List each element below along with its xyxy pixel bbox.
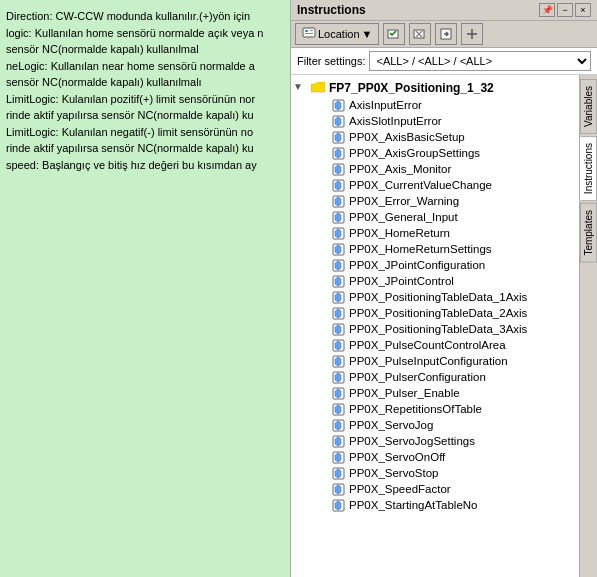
fb-block-icon: [331, 114, 345, 128]
pin-button[interactable]: 📌: [539, 3, 555, 17]
tree-item[interactable]: PP0X_JPointConfiguration: [327, 257, 579, 273]
tree-item[interactable]: PP0X_CurrentValueChange: [327, 177, 579, 193]
tree-item-label: PP0X_SpeedFactor: [349, 483, 451, 495]
fb-block-icon: [331, 178, 345, 192]
folder-icon: [311, 81, 325, 95]
tree-item-label: PP0X_General_Input: [349, 211, 458, 223]
tree-root: FP7_PP0X_Positioning_1_32 AxisInputError: [307, 75, 579, 517]
tab-instructions[interactable]: Instructions: [580, 136, 597, 201]
tree-item-label: PP0X_ServoJog: [349, 419, 433, 431]
location-icon: [302, 26, 316, 42]
tree-item[interactable]: PP0X_PulseInputConfiguration: [327, 353, 579, 369]
tab-templates[interactable]: Templates: [580, 203, 597, 263]
toolbar-icon-btn-2[interactable]: [409, 23, 431, 45]
tree-item[interactable]: PP0X_ServoJog: [327, 417, 579, 433]
fb-block-icon: [331, 402, 345, 416]
tree-item-label: AxisSlotInputError: [349, 115, 442, 127]
left-panel-text: Direction: CW-CCW modunda kullanılır.(+)…: [6, 8, 284, 173]
fb-block-icon: [331, 210, 345, 224]
tree-item[interactable]: PP0X_Axis_Monitor: [327, 161, 579, 177]
tree-item[interactable]: PP0X_RepetitionsOfTable: [327, 401, 579, 417]
tree-item[interactable]: PP0X_ServoStop: [327, 465, 579, 481]
fb-block-icon: [331, 130, 345, 144]
fb-block-icon: [331, 226, 345, 240]
tree-item[interactable]: PP0X_JPointControl: [327, 273, 579, 289]
filter-bar: Filter settings: <ALL> / <ALL> / <ALL>: [291, 48, 597, 75]
tree-root-label: FP7_PP0X_Positioning_1_32: [329, 81, 494, 95]
location-label: Location: [318, 28, 360, 40]
fb-block-icon: [331, 162, 345, 176]
tree-item[interactable]: PP0X_ServoJogSettings: [327, 433, 579, 449]
fb-block-icon: [331, 450, 345, 464]
right-sidebar: Variables Instructions Templates: [579, 75, 597, 577]
tree-item[interactable]: PP0X_Error_Warning: [327, 193, 579, 209]
minimize-button[interactable]: −: [557, 3, 573, 17]
fb-block-icon: [331, 498, 345, 512]
fb-block-icon: [331, 386, 345, 400]
tree-item-label: PP0X_AxisGroupSettings: [349, 147, 480, 159]
fb-block-icon: [331, 242, 345, 256]
tree-item-label: PP0X_JPointControl: [349, 275, 454, 287]
fb-block-icon: [331, 354, 345, 368]
tree-item[interactable]: PP0X_StartingAtTableNo: [327, 497, 579, 513]
fb-block-icon: [331, 370, 345, 384]
tab-variables[interactable]: Variables: [580, 79, 597, 134]
fb-block-icon: [331, 306, 345, 320]
instructions-panel: Instructions 📌 − × Location ▼: [290, 0, 597, 577]
tree-item-label: AxisInputError: [349, 99, 422, 111]
tree-panel: FP7_PP0X_Positioning_1_32 AxisInputError: [307, 75, 579, 577]
tree-item[interactable]: AxisSlotInputError: [327, 113, 579, 129]
svg-rect-3: [305, 33, 313, 34]
svg-rect-2: [310, 30, 313, 31]
fb-block-icon: [331, 290, 345, 304]
tree-item-label: PP0X_ServoOnOff: [349, 451, 445, 463]
tree-item-label: PP0X_RepetitionsOfTable: [349, 403, 482, 415]
svg-rect-0: [303, 28, 315, 37]
tree-item[interactable]: PP0X_AxisBasicSetup: [327, 129, 579, 145]
tree-item[interactable]: PP0X_ServoOnOff: [327, 449, 579, 465]
tree-item[interactable]: PP0X_HomeReturnSettings: [327, 241, 579, 257]
location-button[interactable]: Location ▼: [295, 23, 379, 45]
tree-item-label: PP0X_PositioningTableData_3Axis: [349, 323, 527, 335]
tree-item[interactable]: PP0X_SpeedFactor: [327, 481, 579, 497]
fb-block-icon: [331, 98, 345, 112]
filter-dropdown[interactable]: <ALL> / <ALL> / <ALL>: [369, 51, 591, 71]
tree-item-label: PP0X_PositioningTableData_1Axis: [349, 291, 527, 303]
tree-item[interactable]: PP0X_HomeReturn: [327, 225, 579, 241]
close-button[interactable]: ×: [575, 3, 591, 17]
tree-item-label: PP0X_PulserConfiguration: [349, 371, 486, 383]
fb-block-icon: [331, 338, 345, 352]
toolbar: Location ▼: [291, 21, 597, 48]
fb-block-icon: [331, 434, 345, 448]
tree-item-label: PP0X_CurrentValueChange: [349, 179, 492, 191]
tree-item[interactable]: PP0X_PulserConfiguration: [327, 369, 579, 385]
tree-item[interactable]: PP0X_PulseCountControlArea: [327, 337, 579, 353]
tree-item[interactable]: AxisInputError: [327, 97, 579, 113]
fb-block-icon: [331, 482, 345, 496]
tree-expand-column: ▼: [291, 75, 307, 577]
tree-item-label: PP0X_PositioningTableData_2Axis: [349, 307, 527, 319]
tree-item[interactable]: PP0X_PositioningTableData_2Axis: [327, 305, 579, 321]
fb-block-icon: [331, 466, 345, 480]
tree-item[interactable]: PP0X_PositioningTableData_1Axis: [327, 289, 579, 305]
tree-item[interactable]: PP0X_AxisGroupSettings: [327, 145, 579, 161]
tree-item-label: PP0X_PulseInputConfiguration: [349, 355, 508, 367]
tree-content: FP7_PP0X_Positioning_1_32 AxisInputError: [307, 75, 579, 577]
fb-block-icon: [331, 146, 345, 160]
tree-item[interactable]: PP0X_General_Input: [327, 209, 579, 225]
toolbar-icon-btn-4[interactable]: [461, 23, 483, 45]
instructions-header: Instructions 📌 − ×: [291, 0, 597, 21]
tree-root-item[interactable]: FP7_PP0X_Positioning_1_32: [307, 79, 579, 97]
toolbar-icon-btn-1[interactable]: [383, 23, 405, 45]
tree-item-label: PP0X_ServoJogSettings: [349, 435, 475, 447]
filter-label: Filter settings:: [297, 55, 365, 67]
tree-item-label: PP0X_Axis_Monitor: [349, 163, 451, 175]
tree-expand-arrow[interactable]: ▼: [291, 79, 307, 94]
tree-item[interactable]: PP0X_PositioningTableData_3Axis: [327, 321, 579, 337]
tree-item-label: PP0X_HomeReturn: [349, 227, 450, 239]
tree-item-label: PP0X_AxisBasicSetup: [349, 131, 465, 143]
left-panel: Direction: CW-CCW modunda kullanılır.(+)…: [0, 0, 290, 577]
tree-item[interactable]: PP0X_Pulser_Enable: [327, 385, 579, 401]
fb-block-icon: [331, 274, 345, 288]
toolbar-icon-btn-3[interactable]: [435, 23, 457, 45]
